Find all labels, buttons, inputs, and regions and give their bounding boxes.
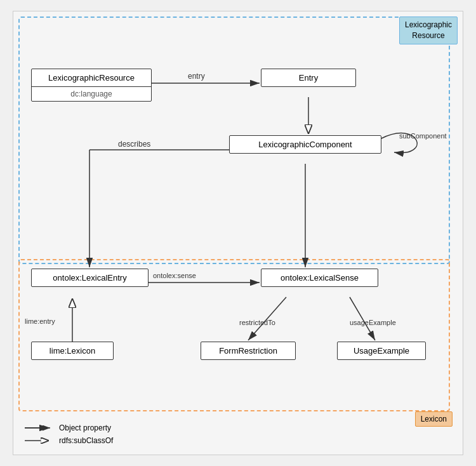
box-lime-lexicon-title: lime:Lexicon bbox=[32, 342, 113, 359]
diagram-container: LexicographicResource Lexicon Lexicograp… bbox=[13, 11, 463, 455]
box-usage-example: UsageExample bbox=[337, 342, 426, 360]
label-lexicon: Lexicon bbox=[415, 411, 453, 427]
box-entry-title: Entry bbox=[261, 69, 355, 86]
box-lexicographic-resource: LexicographicResource dc:language bbox=[31, 69, 152, 102]
box-lexical-sense: ontolex:LexicalSense bbox=[261, 269, 378, 287]
box-lexical-sense-title: ontolex:LexicalSense bbox=[261, 269, 378, 286]
box-entry: Entry bbox=[261, 69, 356, 87]
box-lime-lexicon: lime:Lexicon bbox=[31, 342, 114, 360]
box-lexicographic-resource-title: LexicographicResource bbox=[32, 69, 151, 86]
box-usage-example-title: UsageExample bbox=[338, 342, 425, 359]
box-lexical-entry-title: ontolex:LexicalEntry bbox=[32, 269, 148, 286]
box-lexicographic-resource-attr: dc:language bbox=[32, 86, 151, 101]
legend-subclassof-label: rdfs:subClassOf bbox=[59, 436, 113, 445]
legend: Object property rdfs:subClassOf bbox=[23, 423, 113, 448]
legend-subclassof: rdfs:subClassOf bbox=[23, 436, 113, 446]
label-lexicographic: LexicographicResource bbox=[399, 17, 458, 44]
box-lexical-entry: ontolex:LexicalEntry bbox=[31, 269, 149, 287]
legend-object-property: Object property bbox=[23, 423, 113, 433]
box-lexicographic-component: LexicographicComponent bbox=[229, 135, 381, 154]
legend-object-property-label: Object property bbox=[59, 423, 111, 432]
box-form-restriction-title: FormRestriction bbox=[201, 342, 295, 359]
box-lexicographic-component-title: LexicographicComponent bbox=[230, 136, 381, 153]
box-form-restriction: FormRestriction bbox=[201, 342, 296, 360]
